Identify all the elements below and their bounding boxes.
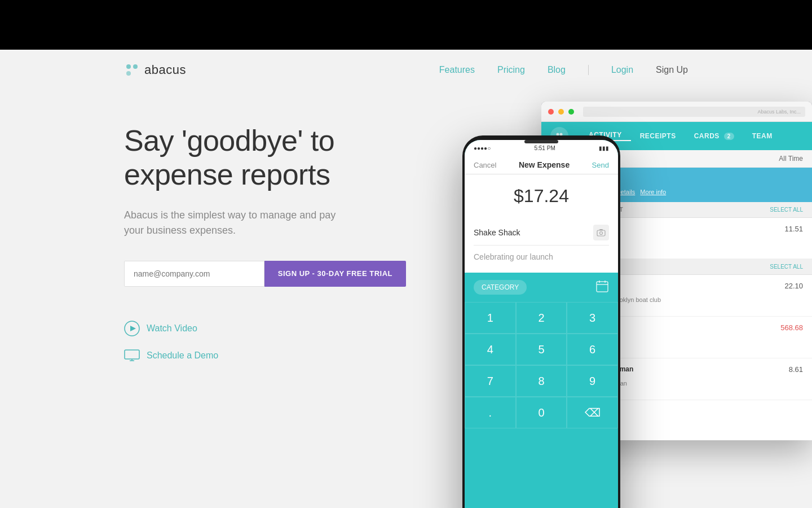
close-btn: [548, 109, 554, 115]
merchant-text: Shake Shack: [474, 228, 520, 237]
hero-subtext: Abacus is the simplest way to manage and…: [124, 208, 406, 238]
time-filter: All Time: [779, 155, 803, 163]
svg-point-0: [126, 64, 131, 69]
svg-rect-13: [599, 229, 603, 230]
nav-team[interactable]: TEAM: [743, 132, 782, 140]
phone-cancel-btn[interactable]: Cancel: [474, 161, 496, 169]
merchant-field: Shake Shack: [474, 220, 609, 246]
nav-blog[interactable]: Blog: [548, 65, 566, 75]
svg-rect-5: [125, 350, 139, 359]
minimize-btn: [558, 109, 564, 115]
hero-heading: Say 'goodbye' to expense reports: [124, 124, 406, 192]
phone-amount-section: $17.24: [465, 174, 618, 213]
alert-more-info[interactable]: More info: [640, 189, 666, 195]
nav-divider: [588, 65, 589, 75]
svg-marker-4: [130, 326, 136, 331]
nav-features[interactable]: Features: [439, 65, 475, 75]
mockup-container: Abacus Labs, Inc... ACTIVITY RECEIPTS: [462, 79, 812, 508]
category-button[interactable]: CATEGORY: [474, 280, 527, 295]
schedule-demo-link[interactable]: Schedule a Demo: [124, 348, 406, 364]
nav-receipts[interactable]: RECEIPTS: [631, 132, 685, 140]
play-icon: [124, 321, 140, 336]
svg-point-1: [133, 64, 138, 69]
key-4[interactable]: 4: [465, 334, 516, 365]
time-display: 5:51 PM: [534, 145, 555, 151]
key-1[interactable]: 1: [465, 302, 516, 334]
battery-icon: ▮▮▮: [599, 145, 609, 151]
phone-screen: ●●●●○ 5:51 PM ▮▮▮ Cancel New Expense Sen…: [465, 140, 618, 508]
calendar-icon[interactable]: [595, 279, 609, 295]
nav-login[interactable]: Login: [611, 65, 633, 75]
key-dot[interactable]: .: [465, 397, 516, 428]
monitor-icon: [124, 348, 140, 364]
watch-video-link[interactable]: Watch Video: [124, 321, 406, 336]
cta-links: Watch Video Schedule a Demo: [124, 321, 406, 364]
key-7[interactable]: 7: [465, 365, 516, 397]
svg-rect-11: [597, 230, 605, 236]
nav-links: Features Pricing Blog Login Sign Up: [439, 65, 688, 75]
phone-mockup: ●●●●○ 5:51 PM ▮▮▮ Cancel New Expense Sen…: [462, 135, 620, 508]
key-3[interactable]: 3: [567, 302, 618, 334]
phone-category-bar: CATEGORY: [465, 273, 618, 302]
key-2[interactable]: 2: [516, 302, 567, 334]
key-delete[interactable]: ⌫: [567, 397, 618, 428]
phone-title: New Expense: [519, 160, 570, 169]
top-bar: [0, 0, 812, 50]
nav-pricing[interactable]: Pricing: [497, 65, 525, 75]
svg-point-2: [126, 71, 131, 76]
key-9[interactable]: 9: [567, 365, 618, 397]
key-5[interactable]: 5: [516, 334, 567, 365]
key-6[interactable]: 6: [567, 334, 618, 365]
hero-text: Say 'goodbye' to expense reports Abacus …: [124, 124, 406, 364]
select-all-awaiting[interactable]: SELECT ALL: [770, 207, 803, 213]
maximize-btn: [568, 109, 574, 115]
phone-amount: $17.24: [474, 186, 609, 207]
phone-send-btn[interactable]: Send: [592, 161, 609, 169]
nav-cards[interactable]: CARDS 2: [685, 132, 743, 140]
phone-notch: [524, 140, 558, 143]
signal-dots: ●●●●○: [474, 145, 491, 151]
svg-point-12: [600, 232, 603, 235]
logo-text: abacus: [144, 63, 186, 77]
desktop-topbar: Abacus Labs, Inc...: [541, 102, 812, 122]
nav-signup[interactable]: Sign Up: [656, 65, 688, 75]
key-8[interactable]: 8: [516, 365, 567, 397]
email-input[interactable]: [124, 261, 264, 287]
email-form: SIGN UP - 30-DAY FREE TRIAL: [124, 261, 406, 287]
logo[interactable]: abacus: [124, 62, 186, 78]
select-all-ted[interactable]: SELECT ALL: [770, 264, 803, 270]
camera-icon[interactable]: [593, 225, 609, 240]
phone-keypad: 1 2 3 4 5 6 7 8 9 . 0 ⌫: [465, 302, 618, 428]
note-field[interactable]: Celebrating our launch: [474, 248, 609, 266]
svg-rect-14: [597, 282, 608, 292]
key-0[interactable]: 0: [516, 397, 567, 428]
url-bar: Abacus Labs, Inc...: [757, 109, 801, 115]
hero-section: Say 'goodbye' to expense reports Abacus …: [0, 90, 812, 508]
phone-navbar: Cancel New Expense Send: [465, 156, 618, 174]
signup-button[interactable]: SIGN UP - 30-DAY FREE TRIAL: [264, 261, 406, 287]
logo-icon: [124, 62, 140, 78]
phone-form: Shake Shack Celebrating our launch: [465, 213, 618, 273]
